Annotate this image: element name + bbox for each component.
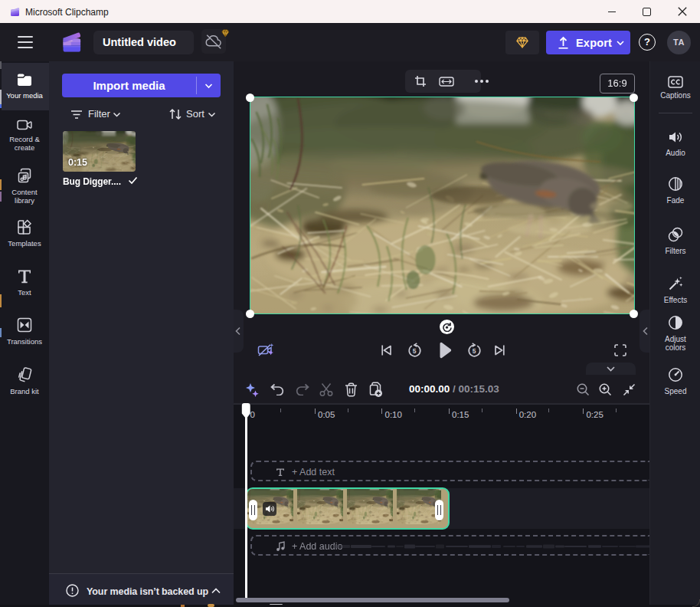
svg-text:5: 5	[473, 347, 476, 355]
svg-text:5: 5	[413, 347, 417, 355]
